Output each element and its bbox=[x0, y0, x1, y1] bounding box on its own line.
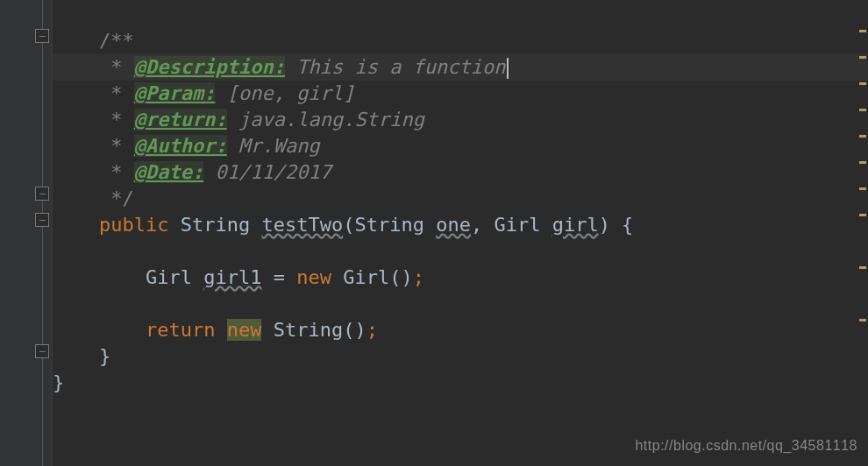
param-girl: girl bbox=[552, 214, 599, 236]
marker-warning[interactable] bbox=[859, 161, 866, 164]
javadoc-close: */ bbox=[53, 187, 134, 209]
close-brace: } bbox=[99, 345, 110, 367]
ctor-girl: Girl() bbox=[343, 266, 412, 288]
marker-warning[interactable] bbox=[859, 319, 866, 321]
lparen: ( bbox=[343, 214, 354, 236]
javadoc-description-text: This is a function bbox=[285, 56, 506, 78]
fold-toggle-icon[interactable] bbox=[35, 344, 49, 358]
open-brace: { bbox=[610, 214, 634, 236]
javadoc-return-text: java.lang.String bbox=[227, 109, 424, 131]
javadoc-star: * bbox=[53, 135, 134, 157]
comma: , bbox=[471, 214, 494, 236]
marker-warning[interactable] bbox=[859, 266, 866, 269]
code-line: * @Date: 01/11/2017 bbox=[53, 159, 868, 186]
code-line: * @return: java.lang.String bbox=[53, 107, 868, 133]
javadoc-param-text: [one, girl] bbox=[215, 82, 354, 104]
method-name: testTwo bbox=[261, 214, 343, 236]
javadoc-star: * bbox=[53, 82, 134, 104]
param-one: one bbox=[436, 214, 471, 236]
type-string: String bbox=[181, 214, 250, 236]
marker-warning[interactable] bbox=[859, 30, 866, 32]
marker-warning[interactable] bbox=[859, 135, 866, 138]
javadoc-open: /** bbox=[53, 30, 134, 52]
code-line: /** bbox=[53, 28, 868, 54]
code-line: * @Author: Mr.Wang bbox=[53, 133, 868, 159]
javadoc-date-text: 01/11/2017 bbox=[203, 161, 331, 183]
fold-toggle-icon[interactable] bbox=[35, 213, 49, 227]
javadoc-tag-date: @Date: bbox=[134, 161, 203, 183]
code-editor[interactable]: /** * @Description: This is a function *… bbox=[53, 0, 868, 466]
marker-warning[interactable] bbox=[859, 82, 866, 85]
gutter bbox=[0, 0, 53, 466]
fold-guide-line bbox=[42, 0, 43, 466]
javadoc-star: * bbox=[53, 109, 134, 131]
marker-warning[interactable] bbox=[859, 109, 866, 111]
rparen: ) bbox=[599, 214, 610, 236]
semicolon: ; bbox=[366, 319, 378, 341]
keyword-new-highlighted: new bbox=[227, 319, 262, 341]
semicolon: ; bbox=[413, 266, 424, 288]
code-line: * @Param: [one, girl] bbox=[53, 81, 868, 107]
fold-toggle-icon[interactable] bbox=[35, 29, 49, 43]
close-brace: } bbox=[53, 371, 64, 393]
keyword-public: public bbox=[99, 214, 168, 236]
marker-warning[interactable] bbox=[859, 187, 866, 190]
javadoc-tag-return: @return: bbox=[134, 109, 227, 131]
javadoc-tag-description: @Description: bbox=[134, 56, 285, 78]
javadoc-author-text: Mr.Wang bbox=[227, 135, 320, 157]
ctor-string: String() bbox=[274, 319, 366, 341]
code-line-empty bbox=[53, 238, 868, 265]
code-line-current: * @Description: This is a function bbox=[53, 54, 868, 81]
marker-warning[interactable] bbox=[859, 214, 866, 216]
code-line: } bbox=[53, 370, 868, 396]
type-girl: Girl bbox=[146, 266, 192, 288]
code-line: public String testTwo(String one, Girl g… bbox=[53, 212, 868, 238]
fold-toggle-icon[interactable] bbox=[35, 187, 49, 201]
watermark-text: http://blog.csdn.net/qq_34581118 bbox=[635, 433, 857, 459]
equals: = bbox=[261, 266, 296, 288]
javadoc-tag-param: @Param: bbox=[134, 82, 216, 104]
keyword-new: new bbox=[296, 266, 331, 288]
code-line-empty bbox=[53, 291, 868, 317]
marker-warning[interactable] bbox=[859, 56, 866, 59]
type-girl: Girl bbox=[494, 214, 540, 236]
marker-bar bbox=[859, 0, 866, 466]
code-line: return new String(); bbox=[53, 317, 868, 343]
javadoc-star: * bbox=[53, 56, 134, 78]
code-line: } bbox=[53, 343, 868, 370]
local-var-girl1: girl1 bbox=[203, 266, 261, 288]
code-line: Girl girl1 = new Girl(); bbox=[53, 265, 868, 291]
keyword-return: return bbox=[146, 319, 215, 341]
code-line: */ bbox=[53, 186, 868, 212]
text-caret bbox=[507, 58, 509, 79]
javadoc-star: * bbox=[53, 161, 134, 183]
type-string: String bbox=[354, 214, 423, 236]
javadoc-tag-author: @Author: bbox=[134, 135, 227, 157]
